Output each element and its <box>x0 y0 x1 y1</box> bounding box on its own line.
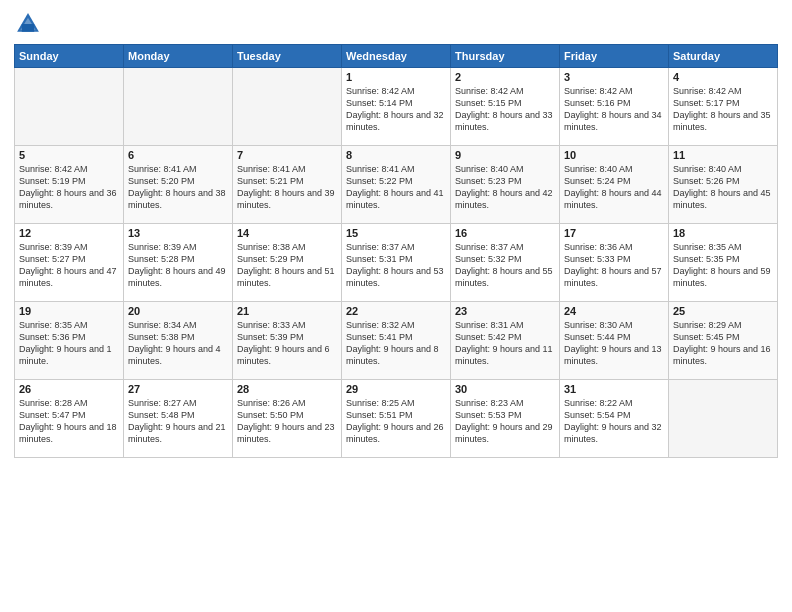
header <box>14 10 778 38</box>
cell-content: Sunrise: 8:28 AMSunset: 5:47 PMDaylight:… <box>19 397 119 446</box>
calendar-cell: 26Sunrise: 8:28 AMSunset: 5:47 PMDayligh… <box>15 380 124 458</box>
calendar-cell: 13Sunrise: 8:39 AMSunset: 5:28 PMDayligh… <box>124 224 233 302</box>
day-number: 12 <box>19 227 119 239</box>
cell-content: Sunrise: 8:40 AMSunset: 5:26 PMDaylight:… <box>673 163 773 212</box>
cell-content: Sunrise: 8:40 AMSunset: 5:23 PMDaylight:… <box>455 163 555 212</box>
calendar-cell: 25Sunrise: 8:29 AMSunset: 5:45 PMDayligh… <box>669 302 778 380</box>
calendar-cell: 20Sunrise: 8:34 AMSunset: 5:38 PMDayligh… <box>124 302 233 380</box>
calendar-cell: 21Sunrise: 8:33 AMSunset: 5:39 PMDayligh… <box>233 302 342 380</box>
calendar-cell: 19Sunrise: 8:35 AMSunset: 5:36 PMDayligh… <box>15 302 124 380</box>
weekday-header-cell: Tuesday <box>233 45 342 68</box>
cell-content: Sunrise: 8:35 AMSunset: 5:36 PMDaylight:… <box>19 319 119 368</box>
day-number: 22 <box>346 305 446 317</box>
calendar-body: 1Sunrise: 8:42 AMSunset: 5:14 PMDaylight… <box>15 68 778 458</box>
day-number: 26 <box>19 383 119 395</box>
calendar-cell: 15Sunrise: 8:37 AMSunset: 5:31 PMDayligh… <box>342 224 451 302</box>
day-number: 27 <box>128 383 228 395</box>
cell-content: Sunrise: 8:41 AMSunset: 5:21 PMDaylight:… <box>237 163 337 212</box>
calendar-cell: 6Sunrise: 8:41 AMSunset: 5:20 PMDaylight… <box>124 146 233 224</box>
weekday-header-cell: Wednesday <box>342 45 451 68</box>
calendar-cell: 12Sunrise: 8:39 AMSunset: 5:27 PMDayligh… <box>15 224 124 302</box>
day-number: 18 <box>673 227 773 239</box>
day-number: 10 <box>564 149 664 161</box>
calendar-table: SundayMondayTuesdayWednesdayThursdayFrid… <box>14 44 778 458</box>
cell-content: Sunrise: 8:42 AMSunset: 5:17 PMDaylight:… <box>673 85 773 134</box>
day-number: 29 <box>346 383 446 395</box>
cell-content: Sunrise: 8:42 AMSunset: 5:19 PMDaylight:… <box>19 163 119 212</box>
calendar-cell: 3Sunrise: 8:42 AMSunset: 5:16 PMDaylight… <box>560 68 669 146</box>
day-number: 30 <box>455 383 555 395</box>
calendar-cell: 9Sunrise: 8:40 AMSunset: 5:23 PMDaylight… <box>451 146 560 224</box>
day-number: 9 <box>455 149 555 161</box>
calendar-cell: 5Sunrise: 8:42 AMSunset: 5:19 PMDaylight… <box>15 146 124 224</box>
cell-content: Sunrise: 8:33 AMSunset: 5:39 PMDaylight:… <box>237 319 337 368</box>
calendar-cell: 1Sunrise: 8:42 AMSunset: 5:14 PMDaylight… <box>342 68 451 146</box>
cell-content: Sunrise: 8:37 AMSunset: 5:32 PMDaylight:… <box>455 241 555 290</box>
cell-content: Sunrise: 8:40 AMSunset: 5:24 PMDaylight:… <box>564 163 664 212</box>
day-number: 23 <box>455 305 555 317</box>
calendar-cell: 17Sunrise: 8:36 AMSunset: 5:33 PMDayligh… <box>560 224 669 302</box>
day-number: 4 <box>673 71 773 83</box>
calendar-cell: 2Sunrise: 8:42 AMSunset: 5:15 PMDaylight… <box>451 68 560 146</box>
cell-content: Sunrise: 8:42 AMSunset: 5:16 PMDaylight:… <box>564 85 664 134</box>
day-number: 8 <box>346 149 446 161</box>
calendar-cell: 18Sunrise: 8:35 AMSunset: 5:35 PMDayligh… <box>669 224 778 302</box>
calendar-cell <box>669 380 778 458</box>
calendar-week-row: 1Sunrise: 8:42 AMSunset: 5:14 PMDaylight… <box>15 68 778 146</box>
weekday-header-cell: Monday <box>124 45 233 68</box>
cell-content: Sunrise: 8:36 AMSunset: 5:33 PMDaylight:… <box>564 241 664 290</box>
cell-content: Sunrise: 8:41 AMSunset: 5:20 PMDaylight:… <box>128 163 228 212</box>
cell-content: Sunrise: 8:39 AMSunset: 5:28 PMDaylight:… <box>128 241 228 290</box>
day-number: 24 <box>564 305 664 317</box>
day-number: 3 <box>564 71 664 83</box>
calendar-cell: 24Sunrise: 8:30 AMSunset: 5:44 PMDayligh… <box>560 302 669 380</box>
calendar-week-row: 26Sunrise: 8:28 AMSunset: 5:47 PMDayligh… <box>15 380 778 458</box>
day-number: 2 <box>455 71 555 83</box>
weekday-header-cell: Friday <box>560 45 669 68</box>
cell-content: Sunrise: 8:22 AMSunset: 5:54 PMDaylight:… <box>564 397 664 446</box>
logo <box>14 10 46 38</box>
svg-rect-2 <box>22 24 34 32</box>
weekday-header-cell: Saturday <box>669 45 778 68</box>
cell-content: Sunrise: 8:41 AMSunset: 5:22 PMDaylight:… <box>346 163 446 212</box>
day-number: 5 <box>19 149 119 161</box>
day-number: 7 <box>237 149 337 161</box>
day-number: 13 <box>128 227 228 239</box>
day-number: 1 <box>346 71 446 83</box>
day-number: 19 <box>19 305 119 317</box>
calendar-cell: 14Sunrise: 8:38 AMSunset: 5:29 PMDayligh… <box>233 224 342 302</box>
day-number: 17 <box>564 227 664 239</box>
calendar-week-row: 12Sunrise: 8:39 AMSunset: 5:27 PMDayligh… <box>15 224 778 302</box>
day-number: 21 <box>237 305 337 317</box>
calendar-week-row: 19Sunrise: 8:35 AMSunset: 5:36 PMDayligh… <box>15 302 778 380</box>
calendar-cell: 11Sunrise: 8:40 AMSunset: 5:26 PMDayligh… <box>669 146 778 224</box>
calendar-cell <box>15 68 124 146</box>
cell-content: Sunrise: 8:42 AMSunset: 5:14 PMDaylight:… <box>346 85 446 134</box>
calendar-week-row: 5Sunrise: 8:42 AMSunset: 5:19 PMDaylight… <box>15 146 778 224</box>
cell-content: Sunrise: 8:27 AMSunset: 5:48 PMDaylight:… <box>128 397 228 446</box>
day-number: 28 <box>237 383 337 395</box>
calendar-cell: 16Sunrise: 8:37 AMSunset: 5:32 PMDayligh… <box>451 224 560 302</box>
cell-content: Sunrise: 8:39 AMSunset: 5:27 PMDaylight:… <box>19 241 119 290</box>
calendar-cell: 31Sunrise: 8:22 AMSunset: 5:54 PMDayligh… <box>560 380 669 458</box>
calendar-cell: 27Sunrise: 8:27 AMSunset: 5:48 PMDayligh… <box>124 380 233 458</box>
calendar-cell: 4Sunrise: 8:42 AMSunset: 5:17 PMDaylight… <box>669 68 778 146</box>
calendar-cell: 23Sunrise: 8:31 AMSunset: 5:42 PMDayligh… <box>451 302 560 380</box>
calendar-cell <box>124 68 233 146</box>
calendar-cell: 29Sunrise: 8:25 AMSunset: 5:51 PMDayligh… <box>342 380 451 458</box>
day-number: 15 <box>346 227 446 239</box>
page: SundayMondayTuesdayWednesdayThursdayFrid… <box>0 0 792 612</box>
day-number: 16 <box>455 227 555 239</box>
cell-content: Sunrise: 8:38 AMSunset: 5:29 PMDaylight:… <box>237 241 337 290</box>
cell-content: Sunrise: 8:32 AMSunset: 5:41 PMDaylight:… <box>346 319 446 368</box>
calendar-cell: 30Sunrise: 8:23 AMSunset: 5:53 PMDayligh… <box>451 380 560 458</box>
cell-content: Sunrise: 8:42 AMSunset: 5:15 PMDaylight:… <box>455 85 555 134</box>
day-number: 6 <box>128 149 228 161</box>
cell-content: Sunrise: 8:23 AMSunset: 5:53 PMDaylight:… <box>455 397 555 446</box>
cell-content: Sunrise: 8:30 AMSunset: 5:44 PMDaylight:… <box>564 319 664 368</box>
day-number: 14 <box>237 227 337 239</box>
day-number: 31 <box>564 383 664 395</box>
calendar-cell: 8Sunrise: 8:41 AMSunset: 5:22 PMDaylight… <box>342 146 451 224</box>
day-number: 25 <box>673 305 773 317</box>
logo-icon <box>14 10 42 38</box>
